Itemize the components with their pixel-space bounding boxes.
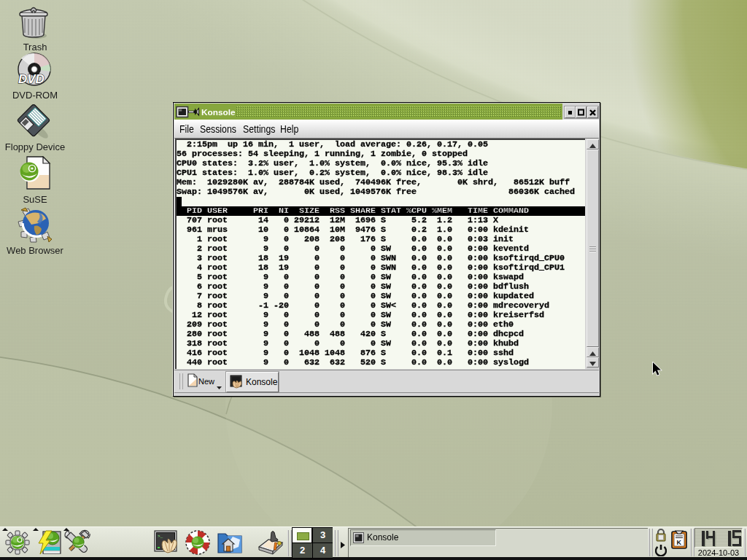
- svg-text:DVD: DVD: [18, 72, 44, 86]
- svg-text:>_: >_: [158, 534, 163, 539]
- svg-text:K: K: [677, 539, 682, 546]
